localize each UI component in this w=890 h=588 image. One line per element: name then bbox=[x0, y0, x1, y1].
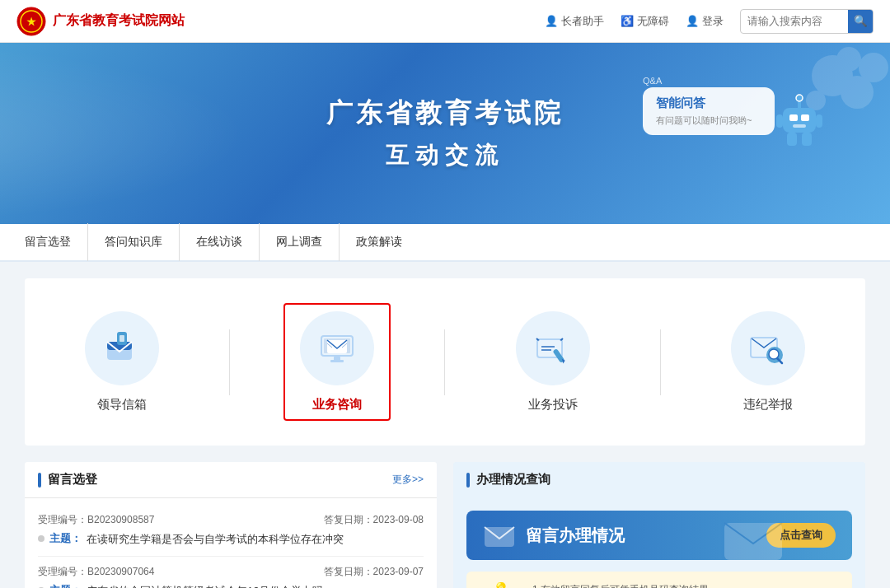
topic-text-2[interactable]: 广东省的全国计算机等级考试今年12月份会举办吗 bbox=[87, 583, 323, 589]
person-icon: 👤 bbox=[545, 15, 558, 27]
business-inquiry-label: 业务咨询 bbox=[312, 397, 362, 413]
search-button[interactable]: 🔍 bbox=[848, 9, 873, 34]
process-query-title: 办理情况查询 bbox=[466, 472, 550, 488]
main-content: 领导信箱 业务咨询 bbox=[0, 262, 890, 588]
hero-title: 广东省教育考试院 bbox=[326, 96, 564, 132]
logo-area: ★ 广东省教育考试院网站 bbox=[16, 7, 545, 36]
qa-label: Q&A bbox=[643, 76, 775, 86]
svg-text:★: ★ bbox=[26, 16, 36, 28]
dot-icon-1 bbox=[38, 535, 44, 542]
site-title: 广东省教育考试院网站 bbox=[53, 12, 185, 30]
card-divider-2 bbox=[444, 329, 445, 395]
message-meta-1: 受理编号：B20230908587 答复日期：2023-09-08 bbox=[38, 513, 424, 527]
message-number-1: 受理编号：B20230908587 bbox=[38, 513, 154, 527]
leader-mailbox-label: 领导信箱 bbox=[97, 397, 147, 413]
message-topic-2: 主题： 广东省的全国计算机等级考试今年12月份会举办吗 bbox=[38, 583, 424, 589]
card-divider-3 bbox=[660, 329, 661, 395]
sec-nav-policy-reading[interactable]: 政策解读 bbox=[340, 223, 419, 261]
emblem-icon: ★ bbox=[16, 7, 46, 36]
qa-bubble: Q&A 智能问答 有问题可以随时问我哟~ bbox=[643, 76, 775, 135]
bottom-row: 留言选登 更多>> 受理编号：B20230908587 答复日期：2023-09… bbox=[25, 462, 865, 588]
sec-nav-online-survey[interactable]: 网上调查 bbox=[260, 223, 340, 261]
message-board-header: 留言选登 更多>> bbox=[25, 462, 437, 498]
message-board-title: 留言选登 bbox=[38, 472, 97, 488]
business-complaint-icon bbox=[516, 311, 590, 385]
svg-rect-12 bbox=[801, 114, 809, 121]
sec-nav-online-interview[interactable]: 在线访谈 bbox=[180, 223, 260, 261]
discipline-report-label: 违纪举报 bbox=[743, 397, 793, 413]
process-title-bar bbox=[466, 473, 470, 488]
hero-deco-left bbox=[0, 43, 247, 224]
business-inquiry-icon bbox=[300, 311, 374, 385]
message-date-2: 答复日期：2023-09-07 bbox=[324, 565, 424, 579]
tip-box: 💡 温馨提示 1.有效留言回复后可凭手机号码查询结果。 2.办理情况信息，最新可… bbox=[466, 572, 852, 588]
banner-text: 留言办理情况 bbox=[526, 525, 625, 547]
leader-mailbox-icon bbox=[85, 311, 159, 385]
qa-desc: 有问题可以随时问我哟~ bbox=[656, 114, 761, 127]
title-bar bbox=[38, 473, 41, 488]
business-complaint-card[interactable]: 业务投诉 bbox=[499, 303, 607, 421]
message-item-2: 受理编号：B20230907064 答复日期：2023-09-07 主题： 广东… bbox=[38, 557, 424, 589]
svg-rect-29 bbox=[330, 360, 344, 362]
discipline-report-icon bbox=[731, 311, 805, 385]
message-topic-1: 主题： 在读研究生学籍是否会与自学考试的本科学位存在冲突 bbox=[38, 531, 424, 548]
message-board: 留言选登 更多>> 受理编号：B20230908587 答复日期：2023-09… bbox=[25, 462, 437, 588]
topic-label-1: 主题： bbox=[49, 531, 82, 546]
business-complaint-label: 业务投诉 bbox=[528, 397, 578, 413]
message-item: 受理编号：B20230908587 答复日期：2023-09-08 主题： 在读… bbox=[38, 505, 424, 557]
elder-helper-link[interactable]: 👤 长者助手 bbox=[545, 14, 604, 29]
process-query-header: 办理情况查询 bbox=[453, 462, 865, 497]
hero-banner: 广东省教育考试院 互动交流 Q&A 智能问答 有问题可以随时问我哟~ bbox=[0, 43, 890, 224]
banner-deco-envelope bbox=[720, 515, 786, 560]
mailbox-svg bbox=[99, 325, 145, 371]
envelope-pen-svg bbox=[530, 325, 576, 371]
login-person-icon: 👤 bbox=[686, 15, 699, 27]
svg-point-15 bbox=[796, 95, 803, 101]
process-query: 办理情况查询 留言办理情况 点击查询 bbox=[453, 462, 865, 588]
svg-rect-18 bbox=[787, 133, 797, 146]
message-list: 受理编号：B20230908587 答复日期：2023-09-08 主题： 在读… bbox=[25, 498, 437, 588]
svg-rect-10 bbox=[783, 108, 816, 133]
topic-text-1[interactable]: 在读研究生学籍是否会与自学考试的本科学位存在冲突 bbox=[87, 531, 344, 548]
sec-nav-message-select[interactable]: 留言选登 bbox=[25, 223, 88, 261]
hero-content: 广东省教育考试院 互动交流 bbox=[326, 96, 564, 171]
svg-rect-19 bbox=[802, 133, 812, 146]
topic-label-2: 主题： bbox=[49, 583, 82, 589]
accessibility-link[interactable]: ♿ 无障碍 bbox=[621, 14, 669, 29]
qa-title: 智能问答 bbox=[656, 96, 761, 111]
accessibility-icon: ♿ bbox=[621, 15, 634, 27]
svg-rect-17 bbox=[816, 114, 822, 128]
svg-rect-11 bbox=[789, 114, 798, 121]
process-query-body: 留言办理情况 点击查询 💡 温馨提示 1.有效 bbox=[453, 497, 865, 588]
message-board-more-link[interactable]: 更多>> bbox=[392, 473, 424, 487]
lightbulb-icon: 💡 bbox=[493, 581, 509, 588]
message-number-2: 受理编号：B20230907064 bbox=[38, 565, 154, 579]
login-link[interactable]: 👤 登录 bbox=[686, 14, 724, 29]
sec-nav-knowledge-base[interactable]: 答问知识库 bbox=[88, 223, 180, 261]
banner-envelope-icon bbox=[483, 522, 516, 548]
card-divider-1 bbox=[229, 329, 230, 395]
qa-box[interactable]: 智能问答 有问题可以随时问我哟~ bbox=[643, 87, 775, 135]
leader-mailbox-card[interactable]: 领导信箱 bbox=[68, 303, 176, 421]
monitor-svg bbox=[314, 325, 360, 371]
search-input[interactable] bbox=[741, 15, 848, 27]
tip-content: 1.有效留言回复后可凭手机号码查询结果。 2.办理情况信息，最新可至上一个... bbox=[532, 581, 719, 588]
business-inquiry-card[interactable]: 业务咨询 bbox=[283, 303, 391, 421]
svg-rect-16 bbox=[776, 114, 783, 128]
top-nav-right: 👤 长者助手 ♿ 无障碍 👤 登录 🔍 bbox=[545, 9, 874, 34]
svg-point-6 bbox=[859, 53, 888, 82]
search-box: 🔍 bbox=[740, 9, 874, 34]
svg-rect-23 bbox=[119, 335, 124, 342]
message-date-1: 答复日期：2023-09-08 bbox=[324, 513, 424, 527]
message-meta-2: 受理编号：B20230907064 答复日期：2023-09-07 bbox=[38, 565, 424, 579]
icon-cards-row: 领导信箱 业务咨询 bbox=[25, 278, 865, 446]
secondary-navigation: 留言选登 答问知识库 在线访谈 网上调查 政策解读 bbox=[0, 224, 890, 262]
top-navigation: ★ 广东省教育考试院网站 👤 长者助手 ♿ 无障碍 👤 登录 🔍 bbox=[0, 0, 890, 43]
svg-rect-13 bbox=[793, 124, 806, 128]
process-banner-left: 留言办理情况 bbox=[483, 522, 625, 548]
process-banner: 留言办理情况 点击查询 bbox=[466, 511, 852, 560]
robot-icon bbox=[775, 91, 824, 152]
search-envelope-svg bbox=[745, 325, 791, 371]
discipline-report-card[interactable]: 违纪举报 bbox=[714, 303, 822, 421]
hero-subtitle: 互动交流 bbox=[326, 140, 564, 171]
